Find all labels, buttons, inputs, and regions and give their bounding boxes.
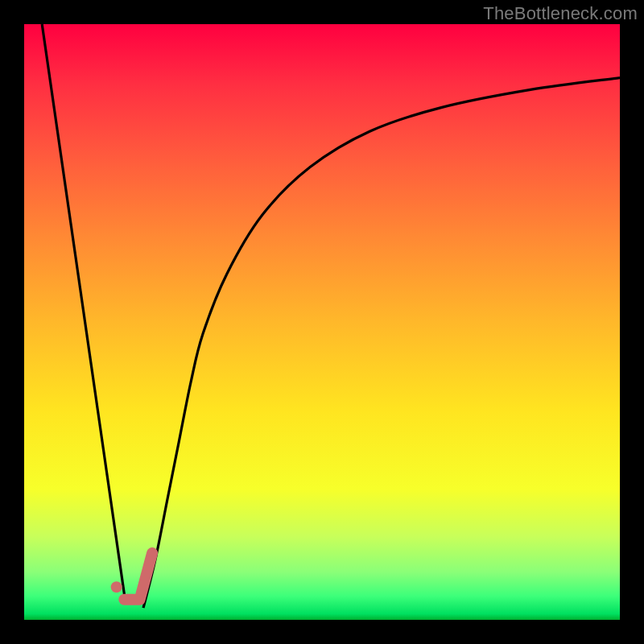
right-branch-curve: [143, 78, 620, 609]
plot-area: [24, 24, 620, 620]
outer-frame: TheBottleneck.com: [0, 0, 644, 644]
curve-layer: [24, 24, 620, 620]
left-branch-curve: [42, 24, 126, 602]
watermark-text: TheBottleneck.com: [483, 3, 638, 24]
optimal-point-marker: [111, 581, 122, 592]
